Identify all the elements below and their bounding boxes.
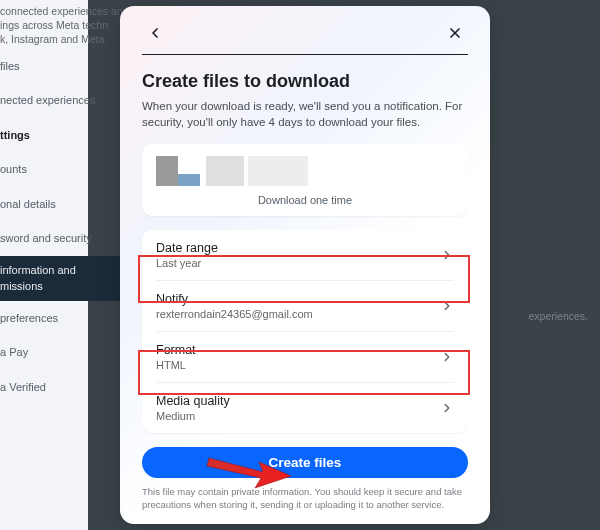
close-button[interactable] bbox=[442, 20, 468, 46]
back-button[interactable] bbox=[142, 20, 168, 46]
option-label: Date range bbox=[156, 241, 218, 255]
chevron-right-icon bbox=[440, 401, 454, 415]
preview-caption: Download one time bbox=[156, 194, 454, 206]
option-label: Notify bbox=[156, 292, 313, 306]
modal-title: Create files to download bbox=[142, 71, 468, 92]
chevron-right-icon bbox=[440, 299, 454, 313]
close-icon bbox=[447, 25, 463, 41]
option-value: Medium bbox=[156, 410, 230, 422]
modal-footnote: This file may contain private informatio… bbox=[142, 486, 468, 512]
option-label: Media quality bbox=[156, 394, 230, 408]
option-label: Format bbox=[156, 343, 196, 357]
preview-thumbnail bbox=[156, 156, 454, 186]
chevron-right-icon bbox=[440, 350, 454, 364]
modal-divider bbox=[142, 54, 468, 55]
option-notify[interactable]: Notify rexterrondain24365@gmail.com bbox=[156, 281, 454, 332]
create-files-modal: Create files to download When your downl… bbox=[120, 6, 490, 524]
option-value: Last year bbox=[156, 257, 218, 269]
option-value: rexterrondain24365@gmail.com bbox=[156, 308, 313, 320]
option-date-range[interactable]: Date range Last year bbox=[156, 230, 454, 281]
chevron-right-icon bbox=[440, 248, 454, 262]
options-card: Date range Last year Notify rexterrondai… bbox=[142, 230, 468, 433]
option-media-quality[interactable]: Media quality Medium bbox=[156, 383, 454, 433]
background-text: experiences. bbox=[528, 310, 588, 322]
modal-description: When your download is ready, we'll send … bbox=[142, 98, 468, 130]
option-value: HTML bbox=[156, 359, 196, 371]
option-format[interactable]: Format HTML bbox=[156, 332, 454, 383]
preview-card: Download one time bbox=[142, 144, 468, 216]
chevron-left-icon bbox=[147, 25, 163, 41]
create-files-button[interactable]: Create files bbox=[142, 447, 468, 478]
